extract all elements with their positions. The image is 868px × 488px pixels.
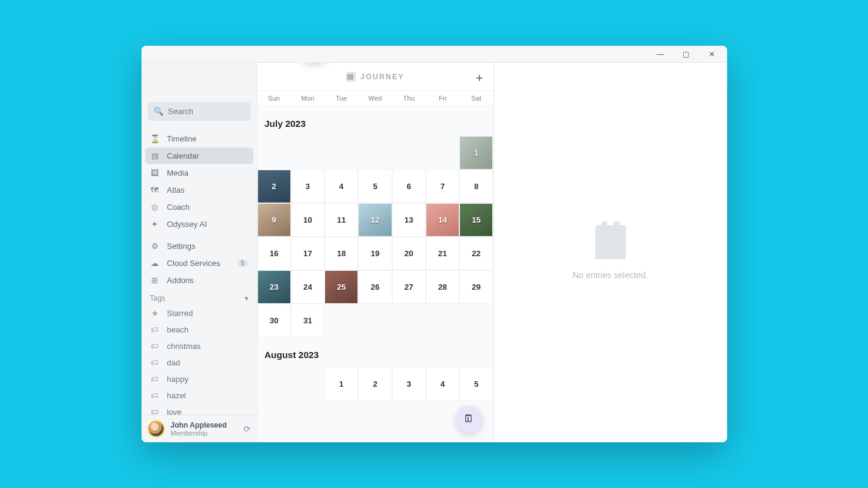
- day-cell[interactable]: 23: [257, 270, 291, 304]
- day-cell[interactable]: 20: [392, 237, 426, 270]
- day-cell[interactable]: 5: [459, 367, 493, 401]
- day-cell[interactable]: 12: [358, 203, 392, 237]
- tags-header-label: Tags: [150, 294, 165, 303]
- sidebar-item-calendar[interactable]: ▤Calendar: [145, 148, 253, 164]
- day-number: 27: [404, 282, 413, 292]
- brand-bar: ▤ JOURNEY ＋: [257, 63, 493, 91]
- day-cell[interactable]: 31: [291, 304, 325, 337]
- coach-icon: ◎: [150, 203, 160, 212]
- addons-icon: ⊞: [150, 276, 160, 285]
- sidebar-item-timeline[interactable]: ⌛Timeline: [145, 131, 253, 147]
- day-number: 2: [272, 182, 276, 191]
- bookmark-icon: [595, 225, 626, 259]
- day-number: 25: [337, 282, 345, 292]
- search-input[interactable]: [168, 107, 245, 116]
- day-number: 10: [303, 215, 312, 224]
- day-cell[interactable]: 30: [257, 304, 291, 337]
- day-cell[interactable]: 8: [459, 170, 493, 203]
- day-cell[interactable]: 11: [325, 203, 358, 237]
- day-cell[interactable]: 5: [358, 170, 392, 203]
- day-cell[interactable]: 7: [426, 170, 459, 203]
- day-cell[interactable]: 21: [426, 237, 459, 270]
- dow-cell: Fri: [426, 91, 459, 106]
- chevron-down-icon: ▾: [245, 294, 248, 303]
- tag-item-christmas[interactable]: 🏷christmas: [145, 338, 253, 354]
- tag-item-happy[interactable]: 🏷happy: [145, 371, 253, 387]
- day-number: 23: [270, 282, 278, 292]
- day-cell[interactable]: 1: [325, 367, 358, 401]
- day-cell[interactable]: 10: [291, 203, 325, 237]
- tag-item-dad[interactable]: 🏷dad: [145, 354, 253, 371]
- today-fab[interactable]: 🗓: [456, 406, 482, 432]
- sidebar-item-label: Coach: [167, 203, 190, 212]
- day-cell[interactable]: 2: [358, 367, 392, 401]
- day-cell[interactable]: 4: [426, 367, 459, 401]
- user-footer[interactable]: John Appleseed Membership ⟳: [142, 415, 257, 442]
- day-cell[interactable]: 28: [426, 270, 459, 304]
- sidebar-item-label: Addons: [167, 276, 194, 285]
- day-cell[interactable]: 1: [459, 136, 493, 170]
- tags-header[interactable]: Tags ▾: [142, 289, 257, 305]
- tag-icon: ★: [150, 309, 160, 318]
- app-window: — ▢ ✕ 🔍 ⌛Timeline▤Calendar🖼Media🗺Atlas◎C…: [142, 46, 727, 442]
- day-cell[interactable]: 19: [358, 237, 392, 270]
- calendar-scroll[interactable]: July 20231234567891011121314151617181920…: [257, 106, 493, 442]
- day-blank: [358, 136, 392, 170]
- sidebar-item-atlas[interactable]: 🗺Atlas: [145, 182, 253, 198]
- day-number: 26: [371, 282, 379, 292]
- day-cell[interactable]: 2: [257, 170, 291, 203]
- day-cell[interactable]: 15: [459, 203, 493, 237]
- day-cell[interactable]: 3: [291, 170, 325, 203]
- day-blank: [426, 136, 459, 170]
- tag-item-love[interactable]: 🏷love: [145, 404, 253, 415]
- day-number: 22: [472, 249, 481, 258]
- sidebar-item-cloud-services[interactable]: ☁Cloud Services5: [145, 255, 253, 271]
- month-label: August 2023: [257, 337, 493, 367]
- day-cell[interactable]: 29: [459, 270, 493, 304]
- new-entry-button[interactable]: ＋: [474, 70, 486, 85]
- day-number: 20: [404, 249, 413, 258]
- day-cell[interactable]: 9: [257, 203, 291, 237]
- atlas-icon: 🗺: [150, 185, 160, 195]
- sidebar-item-settings[interactable]: ⚙Settings: [145, 238, 253, 254]
- day-cell[interactable]: 18: [325, 237, 358, 270]
- main-area: ▤ JOURNEY ＋ SunMonTueWedThuFriSat July 2…: [257, 63, 727, 442]
- sync-icon[interactable]: ⟳: [243, 424, 251, 434]
- tag-label: christmas: [167, 342, 201, 351]
- sidebar-item-odyssey-ai[interactable]: ✦Odyssey AI: [145, 216, 253, 232]
- day-cell[interactable]: 6: [392, 170, 426, 203]
- maximize-button[interactable]: ▢: [676, 47, 697, 62]
- avatar: [148, 420, 165, 437]
- sidebar-item-coach[interactable]: ◎Coach: [145, 199, 253, 215]
- search-input-wrap[interactable]: 🔍: [148, 102, 251, 121]
- day-cell[interactable]: 4: [325, 170, 358, 203]
- day-cell[interactable]: 13: [392, 203, 426, 237]
- tag-item-beach[interactable]: 🏷beach: [145, 321, 253, 338]
- day-blank: [325, 136, 358, 170]
- dow-cell: Wed: [358, 91, 392, 106]
- tag-item-hazel[interactable]: 🏷hazel: [145, 387, 253, 404]
- day-cell[interactable]: 17: [291, 237, 325, 270]
- close-button[interactable]: ✕: [701, 47, 722, 62]
- day-number: 2: [373, 379, 377, 389]
- journey-logo-icon: ▤: [346, 72, 356, 82]
- day-cell[interactable]: 3: [392, 367, 426, 401]
- day-cell[interactable]: 26: [358, 270, 392, 304]
- tag-icon: 🏷: [150, 358, 160, 367]
- day-blank: [257, 136, 291, 170]
- day-cell[interactable]: 22: [459, 237, 493, 270]
- day-cell[interactable]: 27: [392, 270, 426, 304]
- minimize-button[interactable]: —: [650, 47, 671, 62]
- sidebar-item-addons[interactable]: ⊞Addons: [145, 272, 253, 289]
- day-cell[interactable]: 14: [426, 203, 459, 237]
- day-number: 19: [371, 249, 379, 258]
- day-cell[interactable]: 25: [325, 270, 358, 304]
- day-cell[interactable]: 24: [291, 270, 325, 304]
- sidebar-item-media[interactable]: 🖼Media: [145, 165, 253, 181]
- tag-label: Starred: [167, 309, 193, 318]
- tag-item-starred[interactable]: ★Starred: [145, 305, 253, 321]
- day-number: 14: [438, 215, 447, 224]
- day-cell[interactable]: 16: [257, 237, 291, 270]
- month-grid: 1234567891011121314151617181920212223242…: [257, 136, 493, 337]
- tag-label: hazel: [167, 391, 186, 400]
